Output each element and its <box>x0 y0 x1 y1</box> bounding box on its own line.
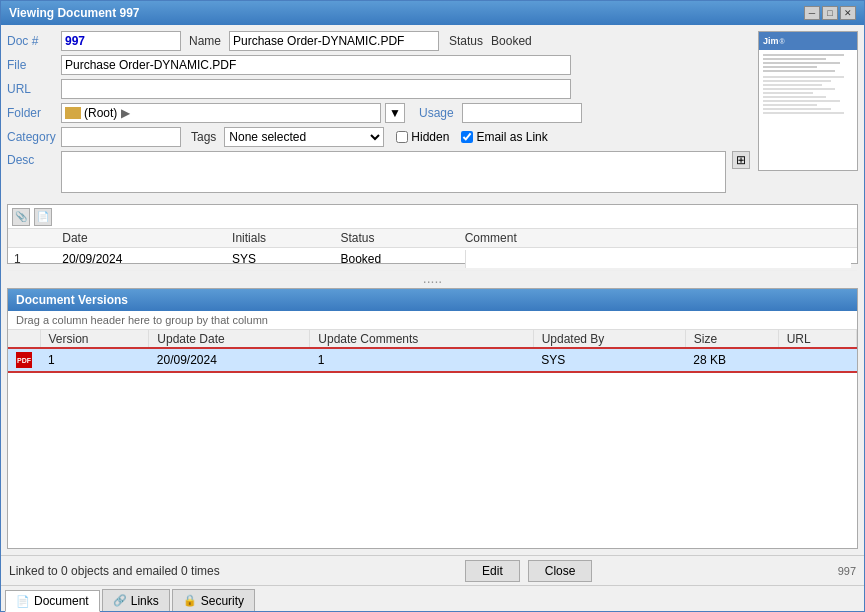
preview-panel: Jim ® <box>758 31 858 171</box>
folder-icon <box>65 107 81 119</box>
email-as-link-checkbox[interactable] <box>461 131 473 143</box>
doc-number-input[interactable] <box>61 31 181 51</box>
close-button[interactable]: Close <box>528 560 593 582</box>
log-table-header: Date Initials Status Comment <box>8 229 857 248</box>
tab-security[interactable]: 🔒 Security <box>172 589 255 611</box>
folder-arrow-icon: ▶ <box>121 106 130 120</box>
desc-icon-btn[interactable]: ⊞ <box>732 151 750 169</box>
preview-logo-text: Jim <box>763 36 779 46</box>
ver-col-size: Size <box>685 330 778 349</box>
preview-line-7 <box>763 80 831 82</box>
tab-document[interactable]: 📄 Document <box>5 590 100 612</box>
preview-line-10 <box>763 92 813 94</box>
preview-line-8 <box>763 84 822 86</box>
security-tab-icon: 🔒 <box>183 594 197 607</box>
bottom-buttons: Edit Close <box>465 560 592 582</box>
versions-table-header: Version Update Date Update Comments Upda… <box>8 330 857 349</box>
desc-input[interactable] <box>61 151 726 193</box>
ver-col-icon <box>8 330 40 349</box>
preview-line-3 <box>763 62 840 64</box>
tags-select[interactable]: None selected <box>224 127 384 147</box>
file-label: File <box>7 58 57 72</box>
attach-btn[interactable]: 📎 <box>12 208 30 226</box>
preview-line-13 <box>763 104 817 106</box>
hidden-checkbox[interactable] <box>396 131 408 143</box>
preview-line-15 <box>763 112 844 114</box>
folder-selector[interactable]: (Root) ▶ <box>61 103 381 123</box>
tab-links[interactable]: 🔗 Links <box>102 589 170 611</box>
bottom-info: Linked to 0 objects and emailed 0 times <box>9 564 220 578</box>
doc-id: 997 <box>838 565 856 577</box>
row-folder: Folder (Root) ▶ ▼ Usage <box>7 103 752 123</box>
tab-links-label: Links <box>131 594 159 608</box>
versions-header: Document Versions <box>8 289 857 311</box>
versions-section: Document Versions Drag a column header h… <box>7 288 858 549</box>
ver-row-url <box>778 349 856 372</box>
pdf-icon: PDF <box>16 352 32 368</box>
row-desc: Desc ⊞ <box>7 151 752 196</box>
ver-col-version: Version <box>40 330 149 349</box>
divider: ..... <box>7 268 858 288</box>
preview-content <box>759 50 857 120</box>
content-area: Doc # Name Status Booked File URL <box>1 25 864 555</box>
status-label: Status <box>449 34 483 48</box>
preview-logo-icon: ® <box>780 38 785 45</box>
email-as-link-label: Email as Link <box>476 130 547 144</box>
table-toolbar: 📎 📄 <box>8 205 857 229</box>
doc-btn[interactable]: 📄 <box>34 208 52 226</box>
preview-line-6 <box>763 76 844 78</box>
ver-row-version: 1 <box>40 349 149 372</box>
comment-input[interactable] <box>465 250 851 268</box>
versions-table: Version Update Date Update Comments Upda… <box>8 330 857 371</box>
col-attach <box>28 229 56 248</box>
folder-dropdown-btn[interactable]: ▼ <box>385 103 405 123</box>
desc-container <box>61 151 726 196</box>
hidden-label: Hidden <box>411 130 449 144</box>
log-table-section: 📎 📄 Date Initials Status Comment <box>7 204 858 264</box>
links-tab-icon: 🔗 <box>113 594 127 607</box>
log-table: Date Initials Status Comment 1 20/09/202… <box>8 229 857 271</box>
url-input[interactable] <box>61 79 571 99</box>
tab-document-label: Document <box>34 594 89 608</box>
window-controls: ─ □ ✕ <box>804 6 856 20</box>
maximize-button[interactable]: □ <box>822 6 838 20</box>
status-value: Booked <box>491 34 532 48</box>
doc-label: Doc # <box>7 34 57 48</box>
edit-button[interactable]: Edit <box>465 560 520 582</box>
ver-col-url: URL <box>778 330 856 349</box>
desc-label: Desc <box>7 151 57 167</box>
col-comment: Comment <box>459 229 857 248</box>
top-section: Doc # Name Status Booked File URL <box>7 31 858 200</box>
name-input[interactable] <box>229 31 439 51</box>
close-button[interactable]: ✕ <box>840 6 856 20</box>
minimize-button[interactable]: ─ <box>804 6 820 20</box>
ver-row-date: 20/09/2024 <box>149 349 310 372</box>
usage-input[interactable] <box>462 103 582 123</box>
ver-col-update-date: Update Date <box>149 330 310 349</box>
preview-line-9 <box>763 88 835 90</box>
folder-value: (Root) <box>84 106 117 120</box>
versions-title: Document Versions <box>16 293 128 307</box>
category-input[interactable] <box>61 127 181 147</box>
col-initials: Initials <box>226 229 334 248</box>
scan-icon: ⊞ <box>736 153 746 167</box>
col-date: Date <box>56 229 226 248</box>
title-bar: Viewing Document 997 ─ □ ✕ <box>1 1 864 25</box>
file-input[interactable] <box>61 55 571 75</box>
preview-header: Jim ® <box>759 32 857 50</box>
preview-line-14 <box>763 108 831 110</box>
tags-label: Tags <box>191 130 216 144</box>
hidden-checkbox-item: Hidden <box>396 130 449 144</box>
form-left: Doc # Name Status Booked File URL <box>7 31 752 200</box>
name-label: Name <box>189 34 221 48</box>
ver-row-icon: PDF <box>8 349 40 372</box>
bottom-bar: Linked to 0 objects and emailed 0 times … <box>1 555 864 585</box>
table-row[interactable]: PDF 1 20/09/2024 1 SYS 28 KB <box>8 349 857 372</box>
ver-col-update-comments: Update Comments <box>310 330 533 349</box>
category-label: Category <box>7 130 57 144</box>
preview-line-1 <box>763 54 844 56</box>
ver-row-updated-by: SYS <box>533 349 685 372</box>
preview-line-5 <box>763 70 835 72</box>
window-title: Viewing Document 997 <box>9 6 139 20</box>
preview-line-2 <box>763 58 826 60</box>
